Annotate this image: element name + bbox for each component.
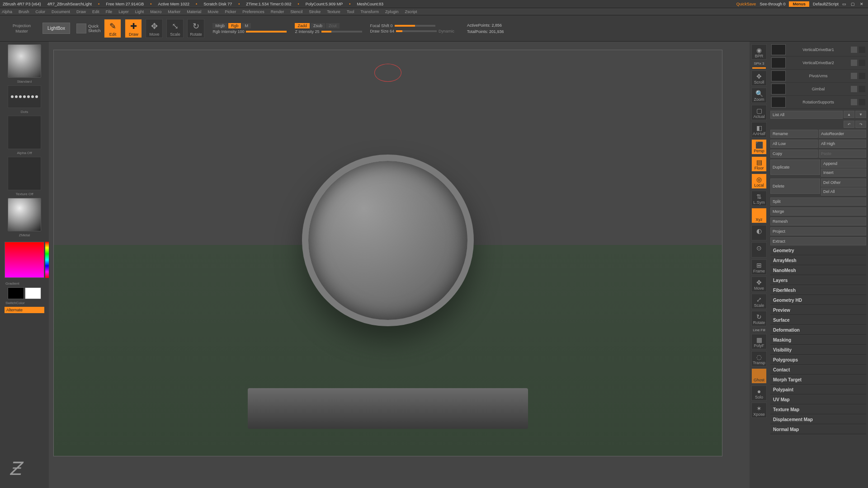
section-normal-map[interactable]: Normal Map — [770, 425, 866, 434]
menu-texture[interactable]: Texture — [327, 9, 340, 14]
move-view-button[interactable]: ✥Move — [751, 277, 767, 292]
menu-document[interactable]: Document — [52, 9, 70, 14]
viewport[interactable] — [53, 50, 722, 456]
copy-button[interactable]: Copy — [770, 150, 818, 158]
xpose-button[interactable]: ✶Xpose — [751, 403, 767, 418]
rotate-view-button[interactable]: ↻Rotate — [751, 311, 767, 326]
menu-material[interactable]: Material — [187, 9, 201, 14]
rgb-button[interactable]: Rgb — [228, 23, 241, 28]
quicksave-button[interactable]: QuickSave — [736, 2, 756, 6]
visibility-toggle-icon[interactable] — [851, 47, 857, 53]
bpr-button[interactable]: ◉BPR — [751, 44, 767, 60]
material-selector[interactable] — [8, 198, 41, 231]
delete-button[interactable]: Delete — [770, 178, 820, 194]
subtool-row[interactable]: PivotArms — [770, 70, 866, 83]
menu-stroke[interactable]: Stroke — [309, 9, 321, 14]
alpha-selector[interactable] — [8, 116, 41, 149]
section-deformation[interactable]: Deformation — [770, 326, 866, 335]
subtool-row[interactable]: VerticalDriveBar2 — [770, 56, 866, 70]
polyf-button[interactable]: ▦PolyF — [751, 334, 767, 349]
section-fibermesh[interactable]: FiberMesh — [770, 286, 866, 295]
scale-view-button[interactable]: ⤢Scale — [751, 294, 767, 309]
alternate-button[interactable]: Alternate — [5, 307, 44, 313]
menu-file[interactable]: File — [106, 9, 113, 14]
polypaint-toggle-icon[interactable] — [859, 73, 865, 79]
merge-button[interactable]: Merge — [770, 207, 866, 216]
transp-button[interactable]: ◌Transp — [751, 351, 767, 366]
switchcolor-button[interactable]: SwitchColor — [5, 301, 25, 305]
default-script[interactable]: DefaultZScript — [813, 2, 839, 6]
menu-zplugin[interactable]: Zplugin — [385, 9, 399, 14]
menu-tool[interactable]: Tool — [347, 9, 354, 14]
menu-edit[interactable]: Edit — [92, 9, 99, 14]
section-contact[interactable]: Contact — [770, 366, 866, 375]
menu-draw[interactable]: Draw — [76, 9, 86, 14]
color-picker[interactable] — [5, 242, 44, 278]
rename-button[interactable]: Rename — [770, 130, 818, 138]
subtool-row[interactable]: VerticalDriveBar1 — [770, 43, 866, 56]
split-button[interactable]: Split — [770, 197, 866, 206]
extract-button[interactable]: Extract — [770, 237, 866, 245]
texture-selector[interactable] — [8, 157, 41, 190]
listall-button[interactable]: List All — [770, 111, 843, 119]
menus-toggle[interactable]: Menus — [789, 1, 809, 7]
nav-next-button[interactable]: ↷ — [855, 121, 866, 128]
move-down-button[interactable]: ▼ — [855, 111, 866, 118]
polypaint-toggle-icon[interactable] — [859, 47, 865, 53]
focal-shift-slider[interactable]: Focal Shift 0 — [370, 23, 455, 28]
actual-button[interactable]: ▢Actual — [751, 105, 767, 120]
zsub-button[interactable]: Zsub — [311, 23, 325, 28]
projection-master-button[interactable]: ProjectionMaster — [5, 23, 39, 34]
menu-stencil[interactable]: Stencil — [290, 9, 302, 14]
frame-button[interactable]: ⊞Frame — [751, 259, 767, 275]
menu-color[interactable]: Color — [36, 9, 46, 14]
section-displacement-map[interactable]: Displacement Map — [770, 415, 866, 424]
primary-color[interactable] — [25, 287, 41, 299]
section-surface[interactable]: Surface — [770, 316, 866, 325]
subtool-row[interactable]: Gimbal — [770, 83, 866, 96]
menu-light[interactable]: Light — [135, 9, 144, 14]
quicksketch-icon[interactable] — [76, 23, 86, 33]
project-button[interactable]: Project — [770, 227, 866, 235]
spix-slider[interactable]: SPix 3 — [754, 61, 764, 66]
m-button[interactable]: M — [242, 23, 251, 28]
remesh-button[interactable]: Remesh — [770, 217, 866, 225]
solo-button[interactable]: ●Solo — [751, 385, 767, 401]
visibility-toggle-icon[interactable] — [851, 60, 857, 66]
move-mode-button[interactable]: ✥Move — [146, 19, 163, 38]
paste-button[interactable]: Paste — [819, 150, 866, 158]
visibility-toggle-icon[interactable] — [851, 86, 857, 92]
menu-macro[interactable]: Macro — [150, 9, 161, 14]
mrgb-button[interactable]: Mrgb — [212, 23, 227, 28]
rotate-mode-button[interactable]: ↻Rotate — [187, 19, 204, 38]
menu-layer[interactable]: Layer — [118, 9, 129, 14]
zcut-button[interactable]: Zcut — [326, 23, 340, 28]
menu-movie[interactable]: Movie — [208, 9, 218, 14]
section-geometry-hd[interactable]: Geometry HD — [770, 296, 866, 305]
section-polygroups[interactable]: Polygroups — [770, 356, 866, 365]
zadd-button[interactable]: Zadd — [295, 23, 310, 28]
z-intensity-slider[interactable]: Z Intensity 25 — [295, 29, 362, 34]
section-preview[interactable]: Preview — [770, 306, 866, 315]
allhigh-button[interactable]: All High — [819, 140, 866, 148]
scroll-button[interactable]: ✥Scroll — [751, 70, 767, 86]
section-visibility[interactable]: Visibility — [770, 346, 866, 355]
lsym-button[interactable]: ⇅L.Sym — [751, 191, 767, 206]
polypaint-toggle-icon[interactable] — [859, 86, 865, 92]
menu-transform[interactable]: Transform — [360, 9, 379, 14]
section-arraymesh[interactable]: ArrayMesh — [770, 256, 866, 265]
aahalf-button[interactable]: ◧AAHalf — [751, 122, 767, 137]
duplicate-button[interactable]: Duplicate — [770, 160, 820, 175]
local-button[interactable]: ◎Local — [751, 174, 767, 189]
section-morph-target[interactable]: Morph Target — [770, 375, 866, 385]
menu-preferences[interactable]: Preferences — [242, 9, 264, 14]
menu-marker[interactable]: Marker — [168, 9, 180, 14]
insert-button[interactable]: Insert — [821, 169, 866, 177]
delall-button[interactable]: Del All — [821, 188, 866, 196]
section-layers[interactable]: Layers — [770, 276, 866, 285]
subtool-row[interactable]: RotationSupports — [770, 96, 866, 109]
edit-mode-button[interactable]: ✎Edit — [104, 19, 121, 38]
brush-selector[interactable] — [8, 44, 41, 78]
section-texture-map[interactable]: Texture Map — [770, 405, 866, 414]
draw-size-slider[interactable]: Draw Size 64 Dynamic — [370, 29, 455, 33]
